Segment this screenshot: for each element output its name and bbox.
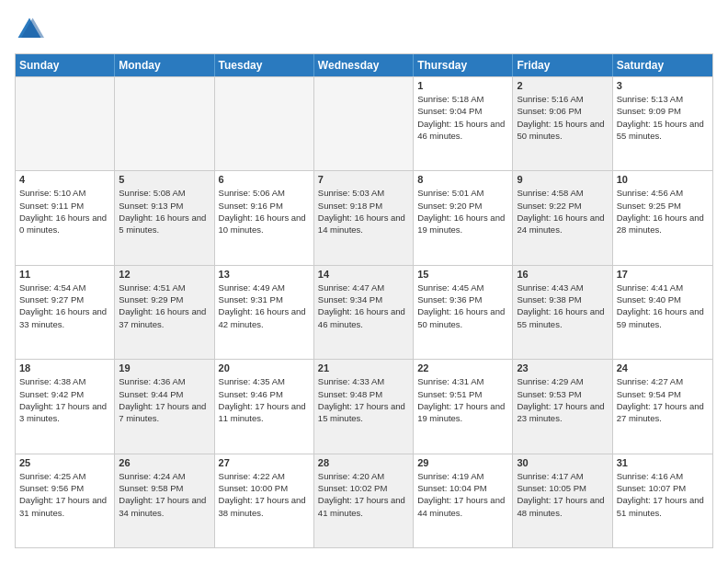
cell-info: Sunrise: 4:58 AM Sunset: 9:22 PM Dayligh… bbox=[517, 187, 608, 236]
cell-info: Sunrise: 4:20 AM Sunset: 10:02 PM Daylig… bbox=[318, 470, 409, 519]
calendar-cell-8: 8Sunrise: 5:01 AM Sunset: 9:20 PM Daylig… bbox=[414, 171, 513, 264]
calendar-cell-9: 9Sunrise: 4:58 AM Sunset: 9:22 PM Daylig… bbox=[513, 171, 612, 264]
day-number: 13 bbox=[219, 269, 310, 280]
cell-info: Sunrise: 4:19 AM Sunset: 10:04 PM Daylig… bbox=[417, 470, 508, 519]
day-number: 14 bbox=[318, 269, 409, 280]
day-number: 29 bbox=[417, 457, 508, 468]
cell-info: Sunrise: 4:45 AM Sunset: 9:36 PM Dayligh… bbox=[417, 282, 508, 330]
cell-info: Sunrise: 4:56 AM Sunset: 9:25 PM Dayligh… bbox=[617, 187, 709, 236]
calendar-cell-25: 25Sunrise: 4:25 AM Sunset: 9:56 PM Dayli… bbox=[16, 454, 115, 547]
calendar-cell-7: 7Sunrise: 5:03 AM Sunset: 9:18 PM Daylig… bbox=[314, 171, 414, 264]
calendar-cell-5: 5Sunrise: 5:08 AM Sunset: 9:13 PM Daylig… bbox=[115, 171, 214, 264]
cell-info: Sunrise: 5:16 AM Sunset: 9:06 PM Dayligh… bbox=[517, 93, 608, 142]
day-number: 31 bbox=[617, 457, 709, 468]
day-number: 8 bbox=[417, 174, 508, 185]
cell-info: Sunrise: 4:36 AM Sunset: 9:44 PM Dayligh… bbox=[119, 375, 210, 424]
calendar-cell-29: 29Sunrise: 4:19 AM Sunset: 10:04 PM Dayl… bbox=[414, 454, 513, 547]
calendar-row-3: 18Sunrise: 4:38 AM Sunset: 9:42 PM Dayli… bbox=[16, 359, 712, 453]
day-number: 7 bbox=[318, 174, 409, 185]
day-number: 4 bbox=[19, 174, 110, 185]
calendar-cell-21: 21Sunrise: 4:33 AM Sunset: 9:48 PM Dayli… bbox=[314, 360, 414, 453]
cell-info: Sunrise: 4:31 AM Sunset: 9:51 PM Dayligh… bbox=[417, 375, 508, 424]
calendar-row-2: 11Sunrise: 4:54 AM Sunset: 9:27 PM Dayli… bbox=[16, 265, 712, 359]
day-number: 22 bbox=[417, 362, 508, 373]
calendar-cell-18: 18Sunrise: 4:38 AM Sunset: 9:42 PM Dayli… bbox=[16, 360, 115, 453]
cell-info: Sunrise: 4:25 AM Sunset: 9:56 PM Dayligh… bbox=[19, 470, 110, 519]
calendar-cell-26: 26Sunrise: 4:24 AM Sunset: 9:58 PM Dayli… bbox=[115, 454, 214, 547]
calendar-cell-11: 11Sunrise: 4:54 AM Sunset: 9:27 PM Dayli… bbox=[16, 266, 115, 359]
header-cell-saturday: Saturday bbox=[613, 54, 712, 76]
day-number: 11 bbox=[19, 269, 110, 280]
cell-info: Sunrise: 4:22 AM Sunset: 10:00 PM Daylig… bbox=[219, 470, 310, 519]
calendar-cell-2: 2Sunrise: 5:16 AM Sunset: 9:06 PM Daylig… bbox=[513, 77, 612, 170]
calendar-cell-10: 10Sunrise: 4:56 AM Sunset: 9:25 PM Dayli… bbox=[613, 171, 712, 264]
calendar-cell-20: 20Sunrise: 4:35 AM Sunset: 9:46 PM Dayli… bbox=[215, 360, 314, 453]
day-number: 24 bbox=[617, 362, 709, 373]
calendar-row-1: 4Sunrise: 5:10 AM Sunset: 9:11 PM Daylig… bbox=[16, 170, 712, 264]
calendar-cell-3: 3Sunrise: 5:13 AM Sunset: 9:09 PM Daylig… bbox=[613, 77, 712, 170]
header-cell-tuesday: Tuesday bbox=[215, 54, 314, 76]
calendar-cell-4: 4Sunrise: 5:10 AM Sunset: 9:11 PM Daylig… bbox=[16, 171, 115, 264]
calendar-cell-15: 15Sunrise: 4:45 AM Sunset: 9:36 PM Dayli… bbox=[414, 266, 513, 359]
day-number: 1 bbox=[417, 80, 508, 91]
day-number: 25 bbox=[19, 457, 110, 468]
cell-info: Sunrise: 4:27 AM Sunset: 9:54 PM Dayligh… bbox=[617, 375, 709, 424]
calendar-row-4: 25Sunrise: 4:25 AM Sunset: 9:56 PM Dayli… bbox=[16, 454, 712, 547]
calendar-cell-28: 28Sunrise: 4:20 AM Sunset: 10:02 PM Dayl… bbox=[314, 454, 414, 547]
day-number: 17 bbox=[617, 269, 709, 280]
calendar-cell-empty-0-0 bbox=[16, 77, 115, 170]
calendar: SundayMondayTuesdayWednesdayThursdayFrid… bbox=[15, 53, 713, 548]
cell-info: Sunrise: 4:29 AM Sunset: 9:53 PM Dayligh… bbox=[517, 375, 608, 424]
calendar-cell-13: 13Sunrise: 4:49 AM Sunset: 9:31 PM Dayli… bbox=[215, 266, 314, 359]
day-number: 10 bbox=[617, 174, 709, 185]
calendar-cell-1: 1Sunrise: 5:18 AM Sunset: 9:04 PM Daylig… bbox=[414, 77, 513, 170]
cell-info: Sunrise: 5:13 AM Sunset: 9:09 PM Dayligh… bbox=[617, 93, 709, 142]
header-cell-sunday: Sunday bbox=[16, 54, 115, 76]
day-number: 28 bbox=[318, 457, 409, 468]
calendar-cell-24: 24Sunrise: 4:27 AM Sunset: 9:54 PM Dayli… bbox=[613, 360, 712, 453]
cell-info: Sunrise: 4:51 AM Sunset: 9:29 PM Dayligh… bbox=[119, 282, 210, 330]
calendar-header: SundayMondayTuesdayWednesdayThursdayFrid… bbox=[16, 54, 712, 76]
calendar-cell-30: 30Sunrise: 4:17 AM Sunset: 10:05 PM Dayl… bbox=[513, 454, 612, 547]
day-number: 27 bbox=[219, 457, 310, 468]
calendar-cell-empty-0-1 bbox=[115, 77, 214, 170]
calendar-cell-empty-0-2 bbox=[215, 77, 314, 170]
day-number: 26 bbox=[119, 457, 210, 468]
cell-info: Sunrise: 4:35 AM Sunset: 9:46 PM Dayligh… bbox=[219, 375, 310, 424]
cell-info: Sunrise: 4:16 AM Sunset: 10:07 PM Daylig… bbox=[617, 470, 709, 519]
calendar-page: SundayMondayTuesdayWednesdayThursdayFrid… bbox=[0, 0, 728, 563]
day-number: 15 bbox=[417, 269, 508, 280]
logo bbox=[15, 15, 48, 44]
day-number: 21 bbox=[318, 362, 409, 373]
cell-info: Sunrise: 5:18 AM Sunset: 9:04 PM Dayligh… bbox=[417, 93, 508, 142]
calendar-cell-27: 27Sunrise: 4:22 AM Sunset: 10:00 PM Dayl… bbox=[215, 454, 314, 547]
cell-info: Sunrise: 4:54 AM Sunset: 9:27 PM Dayligh… bbox=[19, 282, 110, 330]
day-number: 20 bbox=[219, 362, 310, 373]
day-number: 16 bbox=[517, 269, 608, 280]
cell-info: Sunrise: 5:08 AM Sunset: 9:13 PM Dayligh… bbox=[119, 187, 210, 236]
logo-icon bbox=[15, 15, 44, 44]
cell-info: Sunrise: 4:49 AM Sunset: 9:31 PM Dayligh… bbox=[219, 282, 310, 330]
calendar-cell-22: 22Sunrise: 4:31 AM Sunset: 9:51 PM Dayli… bbox=[414, 360, 513, 453]
cell-info: Sunrise: 4:47 AM Sunset: 9:34 PM Dayligh… bbox=[318, 282, 409, 330]
calendar-row-0: 1Sunrise: 5:18 AM Sunset: 9:04 PM Daylig… bbox=[16, 76, 712, 170]
calendar-cell-14: 14Sunrise: 4:47 AM Sunset: 9:34 PM Dayli… bbox=[314, 266, 414, 359]
cell-info: Sunrise: 5:10 AM Sunset: 9:11 PM Dayligh… bbox=[19, 187, 110, 236]
header-cell-thursday: Thursday bbox=[414, 54, 513, 76]
day-number: 6 bbox=[219, 174, 310, 185]
day-number: 19 bbox=[119, 362, 210, 373]
cell-info: Sunrise: 5:06 AM Sunset: 9:16 PM Dayligh… bbox=[219, 187, 310, 236]
day-number: 18 bbox=[19, 362, 110, 373]
calendar-cell-17: 17Sunrise: 4:41 AM Sunset: 9:40 PM Dayli… bbox=[613, 266, 712, 359]
cell-info: Sunrise: 4:24 AM Sunset: 9:58 PM Dayligh… bbox=[119, 470, 210, 519]
cell-info: Sunrise: 4:33 AM Sunset: 9:48 PM Dayligh… bbox=[318, 375, 409, 424]
calendar-cell-23: 23Sunrise: 4:29 AM Sunset: 9:53 PM Dayli… bbox=[513, 360, 612, 453]
calendar-body: 1Sunrise: 5:18 AM Sunset: 9:04 PM Daylig… bbox=[16, 76, 712, 547]
header-cell-friday: Friday bbox=[513, 54, 612, 76]
calendar-cell-31: 31Sunrise: 4:16 AM Sunset: 10:07 PM Dayl… bbox=[613, 454, 712, 547]
cell-info: Sunrise: 5:01 AM Sunset: 9:20 PM Dayligh… bbox=[417, 187, 508, 236]
cell-info: Sunrise: 4:41 AM Sunset: 9:40 PM Dayligh… bbox=[617, 282, 709, 330]
calendar-cell-empty-0-3 bbox=[314, 77, 414, 170]
calendar-cell-16: 16Sunrise: 4:43 AM Sunset: 9:38 PM Dayli… bbox=[513, 266, 612, 359]
cell-info: Sunrise: 5:03 AM Sunset: 9:18 PM Dayligh… bbox=[318, 187, 409, 236]
